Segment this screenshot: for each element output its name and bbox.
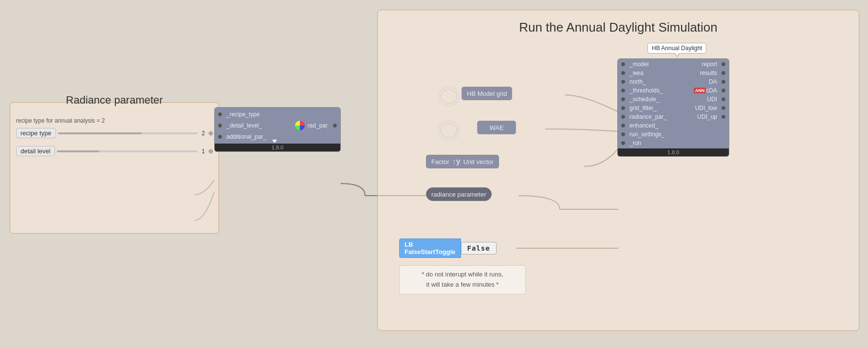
port-cda-label: cDA [706,87,719,94]
port-udiup-label: UDI_up [697,113,719,120]
recipe-type-label: recipe type [16,128,56,138]
port-gridfilter-in [621,106,626,110]
port-enhanced-label: enhanced_ [628,122,726,129]
port-results-out [721,71,726,75]
port-model-label: _model [628,61,702,68]
p-icon [295,121,305,130]
port-udi-label: UDI [707,96,719,103]
port-model-in [621,62,626,67]
radiance-param-small-label: radiance parameter [431,191,486,198]
port-udiup-out [721,114,726,119]
detail-level-slider-row: detail level 1 [16,146,213,156]
note-line1: * do not interupt while it runs, [407,270,517,280]
port-runsettings-label: run_settings_ [628,131,726,138]
wae-label: WAE [489,124,503,131]
port-recipe-type-in [218,112,222,117]
port-detail-level-in [218,123,222,128]
detail-level-track[interactable] [57,150,198,152]
recipe-type-diamond [208,130,213,136]
radiance-node-version: 1.8.0 [215,144,340,151]
recipe-type-track[interactable] [58,132,198,134]
port-gridfilter-label: grid_filter_ [628,105,695,111]
annual-node-version: 1.8.0 [618,148,729,156]
port-results-label: results [700,70,719,76]
port-schedule-in [621,97,626,102]
recipe-type-info: recipe type for annual analysis = 2 [16,117,213,124]
port-udi-out [721,97,726,102]
wae-ripple [438,121,462,140]
port-thresholds-label: _thresholds_ [628,87,694,94]
recipe-type-value: 2 [202,130,205,137]
port-enhanced-in [621,123,626,128]
left-group-title: Radiance parameter [66,94,163,107]
note-box: * do not interupt while it runs, it will… [399,265,526,294]
port-schedule-label: _schedule_ [628,96,707,103]
model-grid-label: HB Model grid [467,90,507,97]
port-report-out [721,62,726,67]
right-group-title: Run the Annual Daylight Simulation [519,20,718,35]
port-da-label: DA [709,78,719,85]
radiance-param-group: Radiance parameter recipe type for annua… [10,102,219,234]
port-cda-out [721,88,726,93]
port-detail-level-label: _detail_level_ [224,122,295,129]
toggle-value[interactable]: False [461,242,497,255]
port-north-label: north_ [628,78,709,85]
port-radpar2-label: radiance_par_ [628,113,697,120]
wae-node[interactable]: WAE [477,121,516,134]
port-radpar-in [621,114,626,119]
factor-label: Factor [431,158,449,165]
port-wea-in [621,71,626,75]
port-udilow-label: UDI_low [695,105,719,111]
port-da-out [721,79,726,84]
toggle-button[interactable]: LB FalseStartToggle [399,238,461,258]
canvas: Radiance parameter recipe type for annua… [0,0,868,347]
port-north-in [621,79,626,84]
model-grid-node[interactable]: HB Model grid [462,87,512,100]
factor-arrow-icon: ↑y [452,157,461,166]
annual-daylight-node: _model report _wea results north_ DA [617,58,729,157]
port-run-in [621,141,626,146]
port-recipe-type-label: _recipe_type [224,111,337,118]
port-runsettings-in [621,132,626,137]
radiance-param-small-node[interactable]: radiance parameter [426,187,492,201]
port-thresholds-in [621,88,626,93]
port-addpar-in [218,134,222,139]
ann-badge: ANN [694,88,706,93]
port-addpar-label: additional_par_ [224,133,337,140]
unit-vector-label: Unit vector [463,158,494,165]
model-grid-ripple [438,87,462,106]
recipe-type-slider-row: recipe type 2 [16,128,213,138]
port-report-label: report [702,61,719,68]
detail-level-label: detail level [16,146,55,156]
port-udilow-out [721,106,726,110]
factor-unit-node[interactable]: Factor ↑y Unit vector [426,155,499,168]
detail-level-value: 1 [202,148,205,155]
port-wea-label: _wea [628,70,700,76]
port-run-label: _run [628,140,726,146]
port-radpar-out [332,123,337,128]
radiance-param-node: _recipe_type _detail_level_ rad_par addi… [214,107,341,152]
annual-daylight-callout: HB Annual Daylight [647,43,706,54]
annual-daylight-callout-text: HB Annual Daylight [652,45,702,52]
detail-level-diamond [208,148,213,154]
port-radpar-label: rad_par [305,122,331,129]
note-line2: it will take a few minutes * [407,280,517,290]
